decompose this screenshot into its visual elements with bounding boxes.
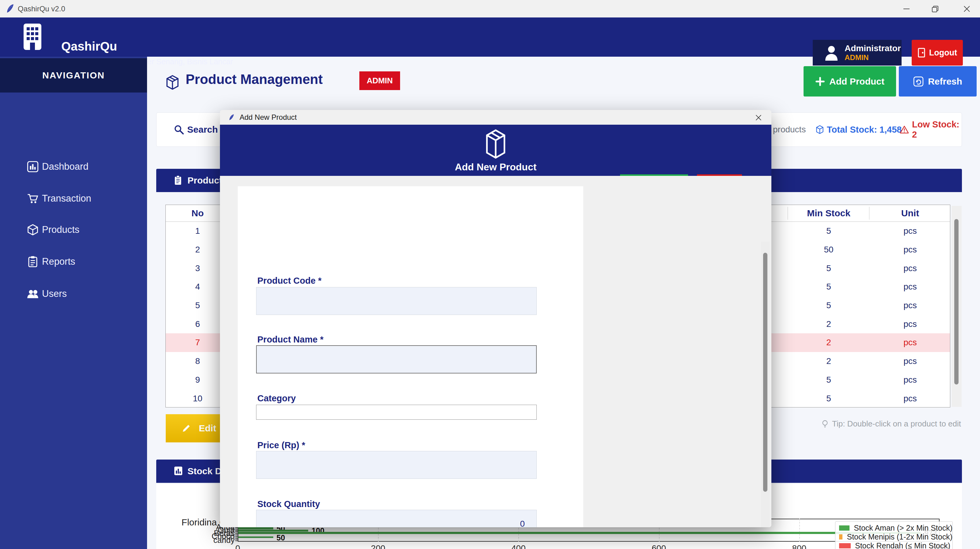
- modal-title-bar[interactable]: Add New Product: [220, 110, 772, 125]
- stock-section-title: Stock D: [188, 466, 222, 476]
- sidebar-item-dashboard[interactable]: Dashboard: [0, 153, 147, 181]
- warning-icon: [900, 125, 909, 134]
- category-label: Category: [257, 393, 296, 404]
- edit-label: Edit: [199, 423, 216, 433]
- table-scrollbar-thumb[interactable]: [954, 219, 959, 385]
- cell-no: 10: [193, 394, 202, 404]
- legend-label: Stock Rendah (≤ Min Stock): [855, 541, 950, 549]
- feather-icon: [5, 4, 15, 13]
- column-header-unit[interactable]: Unit: [901, 205, 919, 221]
- cell-unit: pcs: [904, 375, 917, 385]
- dashboard-icon: [27, 161, 38, 172]
- sidebar-item-label: Transaction: [42, 193, 91, 204]
- cell-unit: pcs: [904, 394, 917, 404]
- cell-unit: pcs: [904, 301, 917, 310]
- stock-quantity-input[interactable]: 0: [256, 510, 537, 527]
- cell-unit: pcs: [904, 226, 917, 236]
- cell-min-stock: 5: [826, 394, 831, 404]
- cell-no: 1: [195, 226, 200, 236]
- pencil-icon: [182, 424, 191, 433]
- window-title-bar[interactable]: QashirQu v2.0: [0, 0, 980, 18]
- cell-min-stock: 2: [826, 337, 831, 347]
- cell-min-stock: 5: [826, 375, 831, 385]
- modal-body: Product Code * Product Name * Category P…: [220, 176, 772, 527]
- sidebar-item-label: Dashboard: [42, 161, 89, 172]
- cell-no: 5: [195, 301, 200, 310]
- modal-box-icon: [485, 129, 506, 159]
- logout-label: Logout: [929, 48, 957, 57]
- total-stock-label: Total Stock: 1,458: [827, 125, 902, 135]
- sidebar-item-reports[interactable]: Reports: [0, 248, 147, 276]
- app-name: QashirQu: [61, 40, 117, 53]
- sidebar-item-transaction[interactable]: Transaction: [0, 185, 147, 213]
- cell-min-stock: 5: [826, 282, 831, 292]
- user-role: ADMIN: [845, 53, 901, 62]
- cart-icon: [27, 193, 38, 204]
- cell-no: 4: [195, 282, 200, 292]
- modal-close-icon[interactable]: [752, 113, 765, 123]
- cell-no: 6: [195, 319, 200, 329]
- bar-chart-icon: [173, 466, 183, 477]
- total-stock-box-icon: [816, 125, 824, 134]
- add-product-modal: Add New Product Add New Product Save Pro…: [220, 110, 772, 527]
- refresh-icon: [913, 76, 924, 87]
- legend-label: Stock Aman (> 2x Min Stock): [854, 524, 953, 533]
- price-label: Price (Rp) *: [257, 440, 305, 450]
- logout-button[interactable]: Logout: [912, 40, 963, 65]
- column-header-min-stock[interactable]: Min Stock: [807, 205, 850, 221]
- modal-window-title: Add New Product: [240, 110, 297, 125]
- logout-door-icon: [918, 48, 926, 57]
- page-title-box-icon: [166, 75, 179, 91]
- product-name-input[interactable]: [256, 345, 537, 374]
- product-name-label: Product Name *: [257, 334, 323, 345]
- sidebar-item-products[interactable]: Products: [0, 216, 147, 244]
- cell-min-stock: 2: [826, 319, 831, 329]
- modal-form: Product Code * Product Name * Category P…: [238, 186, 583, 527]
- search-icon: [174, 124, 184, 135]
- user-box: Administrator ADMIN: [813, 40, 902, 65]
- table-scrollbar[interactable]: [951, 206, 962, 407]
- price-input[interactable]: [256, 451, 537, 479]
- category-select[interactable]: [256, 405, 537, 420]
- tip-text: Tip: Double-click on a product to edit: [821, 419, 961, 429]
- sidebar-heading: NAVIGATION: [0, 58, 147, 92]
- cell-no: 3: [195, 264, 200, 273]
- legend-label: Stock Menipis (1-2x Min Stock): [847, 533, 953, 541]
- cell-no: 7: [195, 337, 200, 347]
- app-header: QashirQu Transaksi Cepat, Customer Senan…: [0, 18, 980, 57]
- cell-min-stock: 5: [826, 226, 831, 236]
- refresh-label: Refresh: [928, 76, 962, 87]
- close-button[interactable]: [953, 0, 980, 18]
- refresh-button[interactable]: Refresh: [899, 66, 977, 97]
- sidebar-item-label: Products: [42, 224, 80, 235]
- modal-scrollbar[interactable]: [761, 242, 770, 527]
- page-title: Product Management: [186, 72, 323, 87]
- bulb-icon: [821, 420, 829, 428]
- column-header-no[interactable]: No: [191, 205, 204, 221]
- sidebar-item-users[interactable]: Users: [0, 280, 147, 308]
- cell-no: 8: [195, 356, 200, 366]
- products-section-title: Product: [188, 175, 222, 186]
- product-code-input[interactable]: [256, 287, 537, 315]
- products-count-label: products: [773, 113, 806, 146]
- users-icon: [27, 288, 38, 300]
- cell-min-stock: 5: [826, 264, 831, 273]
- cell-unit: pcs: [904, 337, 917, 347]
- maximize-button[interactable]: [924, 0, 947, 18]
- app-window: QashirQu v2.0 QashirQu Transaksi Cep: [0, 0, 980, 549]
- modal-heading: Add New Product: [220, 161, 772, 173]
- user-icon: [824, 45, 838, 60]
- sidebar-item-label: Users: [42, 288, 67, 299]
- minimize-button[interactable]: [895, 0, 918, 18]
- low-stock-label: Low Stock: 2: [912, 119, 962, 140]
- cell-min-stock: 50: [824, 245, 833, 255]
- cell-unit: pcs: [904, 356, 917, 366]
- feather-icon: [228, 114, 235, 121]
- legend-swatch-aman: [839, 525, 850, 531]
- add-product-button[interactable]: Add Product: [803, 66, 896, 97]
- cell-min-stock: 5: [826, 301, 831, 310]
- admin-badge: ADMIN: [360, 72, 400, 90]
- modal-scrollbar-thumb[interactable]: [763, 253, 767, 492]
- plus-icon: [815, 76, 825, 86]
- cell-unit: pcs: [904, 245, 917, 255]
